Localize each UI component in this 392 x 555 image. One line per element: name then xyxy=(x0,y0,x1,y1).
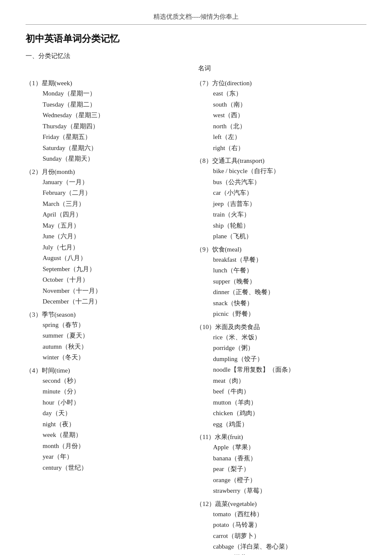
list-item: second（秒） xyxy=(43,376,196,387)
list-item: onion（洋葱） xyxy=(213,552,366,555)
list-item: July（七月） xyxy=(43,242,196,253)
list-item: egg（鸡蛋） xyxy=(213,419,366,430)
list-item: dumpling（饺子） xyxy=(213,354,366,365)
header-title: 精选优质文档----倾情为你奉上 xyxy=(26,13,366,25)
list-item: hour（小时） xyxy=(43,397,196,408)
list-item: beef（牛肉） xyxy=(213,386,366,397)
list-item: right（右） xyxy=(213,143,366,154)
list-item: summer（夏天） xyxy=(43,330,196,341)
list-item: March（三月） xyxy=(43,199,196,210)
list-item: Tuesday（星期二） xyxy=(43,99,196,110)
list-item: night（夜） xyxy=(43,419,196,430)
list-item: bus（公共汽车） xyxy=(213,177,366,188)
list-item: car（小汽车） xyxy=(213,188,366,199)
group-week-title: （1）星期(week) xyxy=(26,79,196,87)
right-column: （7）方位(direction) east（东） south（南） west（西… xyxy=(196,76,366,555)
list-item: snack（快餐） xyxy=(213,298,366,309)
list-item: month（月份） xyxy=(43,441,196,452)
list-item: orange（橙子） xyxy=(213,475,366,486)
group-meal-title: （9）饮食(meal) xyxy=(196,246,366,254)
group-transport: （8）交通工具(transport) bike / bicycle（自行车） b… xyxy=(196,157,366,242)
list-item: rice（米、米饭） xyxy=(213,332,366,343)
list-item: cabbage（洋白菜、卷心菜） xyxy=(213,541,366,552)
group-vegetable: （12）蔬菜(vegetable) tomato（西红柿） potato（马铃薯… xyxy=(196,500,366,555)
list-item: west（西） xyxy=(213,110,366,121)
noun-label: 名词 xyxy=(43,64,366,72)
list-item: year（年） xyxy=(43,451,196,462)
list-item: pear（梨子） xyxy=(213,464,366,475)
list-item: lunch（午餐） xyxy=(213,265,366,276)
page: 精选优质文档----倾情为你奉上 初中英语单词分类记忆 一、分类记忆法 名词 （… xyxy=(0,0,392,555)
list-item: January（一月） xyxy=(43,177,196,188)
list-item: chicken（鸡肉） xyxy=(213,408,366,419)
left-column: （1）星期(week) Monday（星期一） Tuesday（星期二） Wed… xyxy=(26,76,196,475)
list-item: train（火车） xyxy=(213,209,366,220)
list-item: winter（冬天） xyxy=(43,352,196,363)
content-columns: （1）星期(week) Monday（星期一） Tuesday（星期二） Wed… xyxy=(26,76,366,555)
list-item: supper（晚餐） xyxy=(213,276,366,287)
group-grains-meat: （10）米面及肉类食品 rice（米、米饭） porridge（粥） dumpl… xyxy=(196,323,366,430)
group-time: （4）时间(time) second（秒） minute（分） hour（小时）… xyxy=(26,367,196,474)
list-item: potato（马铃薯） xyxy=(213,520,366,531)
list-item: south（南） xyxy=(213,99,366,110)
list-item: April（四月） xyxy=(43,209,196,220)
group-fruit: （11）水果(fruit) Apple（苹果） banana（香蕉） pear（… xyxy=(196,433,366,497)
list-item: week（星期） xyxy=(43,430,196,441)
group-month-title: （2）月份(month) xyxy=(26,168,196,176)
group-meal: （9）饮食(meal) breakfast（早餐） lunch（午餐） supp… xyxy=(196,246,366,320)
list-item: December（十二月） xyxy=(43,296,196,307)
list-item: February（二月） xyxy=(43,188,196,199)
list-item: plane（飞机） xyxy=(213,231,366,242)
list-item: tomato（西红柿） xyxy=(213,509,366,520)
list-item: bike / bicycle（自行车） xyxy=(213,166,366,177)
list-item: jeep（吉普车） xyxy=(213,199,366,210)
group-direction-title: （7）方位(direction) xyxy=(196,79,366,87)
list-item: Apple（苹果） xyxy=(213,442,366,453)
list-item: June（六月） xyxy=(43,231,196,242)
group-season: （3）季节(season) spring（春节） summer（夏天） autu… xyxy=(26,311,196,363)
group-time-title: （4）时间(time) xyxy=(26,367,196,375)
group-week: （1）星期(week) Monday（星期一） Tuesday（星期二） Wed… xyxy=(26,79,196,165)
list-item: Monday（星期一） xyxy=(43,88,196,99)
list-item: banana（香蕉） xyxy=(213,453,366,464)
list-item: autumn（秋天） xyxy=(43,341,196,353)
list-item: Saturday（星期六） xyxy=(43,143,196,154)
list-item: carrot（胡萝卜） xyxy=(213,531,366,542)
list-item: minute（分） xyxy=(43,386,196,397)
group-grains-meat-title: （10）米面及肉类食品 xyxy=(196,323,366,331)
list-item: Sunday（星期天） xyxy=(43,153,196,165)
list-item: November（十一月） xyxy=(43,286,196,297)
group-season-title: （3）季节(season) xyxy=(26,311,196,319)
list-item: August（八月） xyxy=(43,253,196,264)
list-item: Thursday（星期四） xyxy=(43,121,196,132)
list-item: breakfast（早餐） xyxy=(213,254,366,266)
group-month: （2）月份(month) January（一月） February（二月） Ma… xyxy=(26,168,196,307)
group-fruit-title: （11）水果(fruit) xyxy=(196,433,366,441)
main-title: 初中英语单词分类记忆 xyxy=(26,32,366,45)
list-item: day（天） xyxy=(43,408,196,419)
list-item: picnic（野餐） xyxy=(213,309,366,320)
list-item: porridge（粥） xyxy=(213,343,366,354)
list-item: May（五月） xyxy=(43,220,196,231)
list-item: September（九月） xyxy=(43,264,196,275)
section-label: 一、分类记忆法 xyxy=(26,52,366,60)
list-item: ship（轮船） xyxy=(213,220,366,231)
list-item: century（世纪） xyxy=(43,462,196,474)
list-item: spring（春节） xyxy=(43,320,196,331)
list-item: dinner（正餐、晚餐） xyxy=(213,287,366,298)
list-item: east（东） xyxy=(213,88,366,99)
list-item: mutton（羊肉） xyxy=(213,397,366,408)
list-item: strawberry（草莓） xyxy=(213,486,366,497)
list-item: north（北） xyxy=(213,121,366,132)
list-item: noodle【常用复数】（面条） xyxy=(213,364,366,376)
group-direction: （7）方位(direction) east（东） south（南） west（西… xyxy=(196,79,366,153)
list-item: meat（肉） xyxy=(213,376,366,387)
list-item: Wednesday（星期三） xyxy=(43,110,196,121)
group-vegetable-title: （12）蔬菜(vegetable) xyxy=(196,500,366,508)
list-item: Friday（星期五） xyxy=(43,132,196,143)
list-item: October（十月） xyxy=(43,275,196,286)
group-transport-title: （8）交通工具(transport) xyxy=(196,157,366,165)
list-item: left（左） xyxy=(213,132,366,143)
